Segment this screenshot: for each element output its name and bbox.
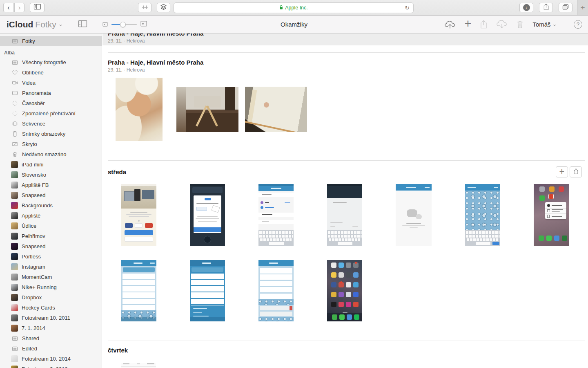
- sidebar-item-fotky[interactable]: Fotky: [0, 36, 102, 46]
- sidebar-item-momentcam[interactable]: MomentCam: [0, 272, 102, 282]
- browser-share-button[interactable]: [539, 3, 553, 12]
- photo-thumbnail-white-top[interactable]: [121, 363, 156, 368]
- sidebar-item-nedavno-smazano[interactable]: Nedávno smazáno: [0, 149, 102, 159]
- toolbar-divider: [565, 20, 565, 29]
- photo-thumbnail-messages-empty[interactable]: [396, 184, 432, 246]
- download-cloud-icon[interactable]: [496, 19, 508, 29]
- sidebar-item-pelhrimov[interactable]: Pelhřimov: [0, 231, 102, 241]
- sidebar-item-hockey-cards[interactable]: Hockey Cards: [0, 303, 102, 313]
- app-switcher[interactable]: Fotky: [35, 20, 56, 29]
- address-bar[interactable]: Apple Inc. ↻: [174, 2, 414, 13]
- sidebar-item-instagram[interactable]: Instagram: [0, 262, 102, 272]
- sidebar-item-snapseed[interactable]: Snapseed: [0, 241, 102, 251]
- share-selection-icon[interactable]: [480, 20, 488, 29]
- sidebar-item-vsechny-fotografie[interactable]: Všechny fotografie: [0, 57, 102, 67]
- sidebar-item-portless[interactable]: Portless: [0, 251, 102, 262]
- album-thumbnail: [11, 192, 18, 199]
- photo-thumbnail-onboarding[interactable]: [121, 184, 156, 246]
- sidebar-item-ipad-mini[interactable]: iPad mini: [0, 159, 102, 170]
- sidebar-item-dropbox[interactable]: Dropbox: [0, 292, 102, 303]
- extension-download-button[interactable]: [138, 3, 151, 12]
- sidebar-toggle-icon: [33, 4, 41, 11]
- album-thumbnail: [11, 171, 18, 178]
- sidebar-item-fotostream-10-2011[interactable]: Fotostream 10. 2011: [0, 313, 102, 323]
- chevron-down-icon[interactable]: ⌄: [58, 22, 63, 27]
- sidebar-item-nike-running[interactable]: Nike+ Running: [0, 282, 102, 292]
- delete-icon[interactable]: [516, 20, 524, 29]
- photo-thumbnail-homescreen[interactable]: [327, 260, 362, 321]
- sidebar-item-label: Fotostream 10. 2014: [22, 356, 71, 362]
- sidebar-item-fotostream-10-2014[interactable]: Fotostream 10. 2014: [0, 354, 102, 364]
- sidebar-item-label: Dropbox: [22, 294, 42, 301]
- split-view-icon[interactable]: [78, 20, 87, 29]
- sidebar-item-appliste-fb[interactable]: Appliště FB: [0, 180, 102, 190]
- sidebar-item-edited[interactable]: Edited: [0, 343, 102, 354]
- sidebar-item-casosber[interactable]: Časosběr: [0, 98, 102, 108]
- album-thumbnail: [11, 274, 18, 280]
- photo-thumbnail-cradle[interactable]: [245, 87, 307, 132]
- photo-thumbnail-todo-completed[interactable]: [258, 260, 294, 321]
- browser-forward-button[interactable]: ›: [14, 3, 25, 12]
- albums-icon: [11, 335, 18, 342]
- share-icon: [543, 3, 549, 12]
- sidebar-item-label: Nedávno smazáno: [22, 151, 66, 157]
- photo-thumbnail-droplets-keyboard[interactable]: [465, 184, 500, 246]
- photo-thumbnail-baby-face[interactable]: [116, 78, 163, 141]
- sidebar-item-zpomalene-prehravani[interactable]: Zpomalené přehrávání: [0, 108, 102, 119]
- thumbnail-zoom-slider[interactable]: [111, 24, 137, 25]
- add-moment-to-album-button[interactable]: +: [556, 166, 568, 177]
- help-button[interactable]: ?: [574, 20, 582, 29]
- sidebar-item-panoramata[interactable]: Panoramata: [0, 88, 102, 98]
- browser-back-button[interactable]: ‹: [3, 3, 14, 12]
- upload-cloud-icon[interactable]: [444, 19, 456, 29]
- browser-tabs-button[interactable]: [559, 3, 572, 12]
- sidebar-item-appliste[interactable]: Appliště: [0, 211, 102, 221]
- sidebar-item-slovensko[interactable]: Slovensko: [0, 170, 102, 180]
- sidebar-item-skryto[interactable]: Skryto: [0, 139, 102, 149]
- sidebar-item-shared[interactable]: Shared: [0, 333, 102, 343]
- photo-thumbnail-bassinet[interactable]: [176, 87, 238, 132]
- album-thumbnail: [11, 182, 18, 188]
- browser-downloads-button[interactable]: ↓: [519, 3, 533, 12]
- photo-thumbnail-form-keyboard[interactable]: [258, 184, 294, 246]
- browser-sidebar-toggle-button[interactable]: [30, 3, 45, 12]
- sidebar-item-videa[interactable]: Videa: [0, 78, 102, 88]
- add-album-icon[interactable]: +: [464, 21, 471, 28]
- photo-thumbnail-todo-menu[interactable]: [190, 260, 225, 321]
- scrolled-moment-header: Praha - Haje, Hlavní město Praha 29. 11.…: [102, 34, 588, 45]
- sidebar-item-label: Appliště FB: [22, 182, 49, 188]
- photo-thumbnail-dark-modal[interactable]: [190, 184, 225, 246]
- moment-title: čtvrtek: [108, 347, 588, 354]
- user-name: Tomáš: [532, 21, 550, 28]
- sidebar-item-snapseed[interactable]: Snapseed: [0, 190, 102, 200]
- photo-thumbnail-threedtouch[interactable]: [534, 184, 569, 246]
- sidebar-item-label: Snímky obrazovky: [22, 131, 65, 137]
- sidebar-item-sekvence[interactable]: Sekvence: [0, 119, 102, 129]
- extension-layers-button[interactable]: [157, 3, 170, 12]
- moment-divider: [108, 52, 585, 53]
- heart-icon: [11, 69, 18, 76]
- sidebar-item-7-1-2014[interactable]: 7. 1. 2014: [0, 323, 102, 333]
- slider-thumb[interactable]: [120, 22, 126, 27]
- sidebar-item-udlice[interactable]: Údlice: [0, 221, 102, 231]
- share-moment-button[interactable]: [570, 166, 582, 177]
- albums-icon: [11, 37, 18, 45]
- sidebar-item-oblibene[interactable]: Oblíbené: [0, 67, 102, 78]
- moment-section-ctvrtek: čtvrtek: [102, 347, 588, 368]
- user-menu[interactable]: Tomáš ⌄: [532, 21, 556, 28]
- photo-thumbnail-todo-droplets[interactable]: [121, 260, 156, 321]
- reload-icon[interactable]: ↻: [405, 4, 410, 11]
- moments-scroll-area[interactable]: Praha - Haje, Hlavní město Praha 29. 11.…: [102, 34, 588, 368]
- sidebar-item-snimky-obrazovky[interactable]: Snímky obrazovky: [0, 129, 102, 139]
- new-tab-button[interactable]: +: [577, 0, 588, 15]
- photo-thumbnail-dark-header-keyboard[interactable]: [327, 184, 362, 246]
- moment-section-praha: Praha - Haje, Hlavní město Praha 29. 11.…: [102, 59, 588, 141]
- sidebar-item-label: Snapseed: [22, 192, 46, 198]
- sidebar-item-fotostream-9-2013[interactable]: Fotostream 9. 2013: [0, 364, 102, 368]
- album-thumbnail: [11, 366, 18, 368]
- sidebar-item-backgrounds[interactable]: Backgrounds: [0, 200, 102, 211]
- sidebar-item-label: Instagram: [22, 264, 45, 270]
- album-thumbnail: [11, 233, 18, 240]
- sidebar-album-list: Všechny fotografieOblíbenéVideaPanoramat…: [0, 57, 102, 368]
- sidebar-item-label: iPad mini: [22, 162, 43, 168]
